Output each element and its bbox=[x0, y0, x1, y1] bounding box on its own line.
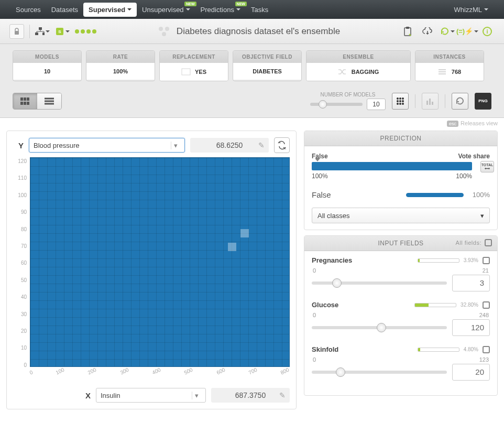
svg-point-34 bbox=[402, 103, 404, 105]
grid-icon bbox=[20, 98, 30, 105]
pencil-icon: ✎ bbox=[279, 391, 286, 399]
caret-icon bbox=[484, 8, 488, 10]
shuffle-icon bbox=[338, 68, 347, 75]
highlight-cell bbox=[228, 243, 236, 251]
class-bar bbox=[406, 193, 464, 197]
rows-icon bbox=[438, 68, 447, 75]
field-slider[interactable] bbox=[312, 326, 447, 329]
lightning-menu-button[interactable]: (=)⚡ bbox=[460, 24, 475, 39]
privacy-lock-button[interactable] bbox=[9, 24, 24, 39]
y-value-box[interactable]: 68.6250✎ bbox=[190, 138, 269, 153]
svg-point-30 bbox=[399, 100, 401, 102]
classes-dropdown[interactable]: All classes▾ bbox=[312, 208, 490, 223]
prediction-panel: PREDICTION TOTAL⟷ FalseVote share 100%10… bbox=[304, 131, 498, 230]
svg-point-8 bbox=[162, 32, 166, 36]
list-icon bbox=[45, 98, 54, 105]
grid-view-button[interactable] bbox=[13, 93, 37, 109]
chart-card: Y Blood pressure▾ 68.6250✎ x 12011010090… bbox=[6, 131, 297, 409]
x-value-box[interactable]: 687.3750✎ bbox=[211, 388, 290, 403]
info-button[interactable]: i bbox=[480, 24, 495, 39]
card-instances: INSTANCES 768 bbox=[415, 50, 484, 81]
vote-share-bar bbox=[312, 162, 472, 170]
lock-icon bbox=[14, 28, 20, 35]
cloud-download-button[interactable] bbox=[420, 24, 435, 39]
svg-rect-3 bbox=[42, 33, 45, 35]
reload-button[interactable] bbox=[452, 93, 468, 110]
card-objective: OBJECTIVE FIELD DIABETES bbox=[233, 50, 302, 81]
field-value-input[interactable]: 120 bbox=[452, 319, 490, 336]
highlight-cell bbox=[240, 229, 249, 237]
refresh-menu-button[interactable] bbox=[440, 24, 455, 39]
cloud-down-icon bbox=[422, 27, 433, 36]
num-models-slider[interactable] bbox=[310, 103, 363, 106]
nav-whizzml[interactable]: WhizzML bbox=[449, 3, 494, 17]
field-checkbox[interactable] bbox=[483, 257, 490, 264]
field-checkbox[interactable] bbox=[483, 346, 490, 353]
svg-rect-2 bbox=[35, 33, 38, 35]
field-value-input[interactable]: 20 bbox=[452, 364, 490, 381]
input-fields-panel: INPUT FIELDS All fields: Pregnancies3.93… bbox=[304, 235, 498, 396]
view-toggle bbox=[13, 93, 62, 110]
input-field: Pregnancies3.93%0213 bbox=[312, 256, 490, 291]
importance-bar bbox=[414, 303, 456, 307]
title-toolbar: S Diabetes diagnosis dataset el's ensemb… bbox=[0, 19, 504, 44]
script-icon: S bbox=[55, 27, 64, 36]
nav-datasets[interactable]: Datasets bbox=[46, 3, 83, 17]
histogram-button[interactable] bbox=[422, 93, 439, 110]
svg-rect-18 bbox=[24, 98, 26, 101]
workflow-menu-button[interactable] bbox=[35, 24, 50, 39]
top-nav: Sources Datasets Supervised Unsupervised… bbox=[0, 0, 504, 19]
caret-icon bbox=[127, 8, 132, 10]
field-value-input[interactable]: 3 bbox=[452, 275, 490, 291]
heatmap-chart[interactable]: 1201101009080706050403020100 01002003004… bbox=[13, 157, 290, 377]
svg-point-26 bbox=[397, 98, 399, 100]
new-badge: NEW bbox=[235, 2, 247, 6]
field-slider[interactable] bbox=[312, 281, 447, 285]
nav-sources[interactable]: Sources bbox=[10, 3, 46, 17]
list-view-button[interactable] bbox=[37, 93, 61, 109]
workflow-icon bbox=[35, 27, 45, 36]
svg-rect-10 bbox=[406, 27, 409, 29]
nav-supervised[interactable]: Supervised bbox=[83, 3, 137, 17]
calendar-icon bbox=[181, 68, 191, 75]
svg-rect-35 bbox=[426, 101, 428, 105]
all-fields-checkbox[interactable] bbox=[485, 239, 492, 246]
nav-unsupervised[interactable]: UnsupervisedNEW bbox=[137, 3, 195, 17]
swap-icon: x bbox=[277, 140, 287, 150]
importance-bar bbox=[418, 348, 459, 352]
svg-rect-20 bbox=[20, 102, 23, 105]
svg-point-29 bbox=[397, 100, 399, 102]
nav-tasks[interactable]: Tasks bbox=[246, 3, 273, 17]
x-field-select[interactable]: Insulin▾ bbox=[96, 388, 206, 403]
resource-title: Diabetes diagnosis dataset el's ensemble bbox=[177, 26, 340, 37]
script-menu-button[interactable]: S bbox=[55, 24, 70, 39]
field-name: Pregnancies bbox=[312, 256, 352, 264]
svg-rect-21 bbox=[24, 102, 26, 105]
caret-icon bbox=[474, 30, 478, 33]
swap-axes-button[interactable]: x bbox=[274, 137, 290, 153]
export-png-button[interactable]: PNG bbox=[475, 93, 491, 110]
card-models: MODELS 10 bbox=[13, 50, 82, 81]
field-slider[interactable] bbox=[312, 371, 447, 374]
caret-icon bbox=[46, 30, 50, 33]
field-checkbox[interactable] bbox=[483, 301, 490, 309]
y-field-select[interactable]: Blood pressure▾ bbox=[29, 138, 185, 153]
svg-rect-0 bbox=[15, 31, 19, 35]
num-models-value[interactable]: 10 bbox=[367, 99, 386, 110]
svg-point-32 bbox=[397, 103, 399, 105]
svg-point-31 bbox=[402, 100, 404, 102]
refresh-icon bbox=[440, 27, 450, 36]
svg-text:x: x bbox=[284, 146, 286, 150]
importance-pct: 4.80% bbox=[464, 346, 478, 352]
info-cards-row: MODELS 10 RATE 100% REPLACEMENT YES OBJE… bbox=[0, 44, 504, 88]
fields-scroll[interactable]: Pregnancies3.93%0213Glucose32.80%0248120… bbox=[304, 251, 497, 395]
tree-sample-button[interactable] bbox=[392, 93, 409, 110]
bars-icon bbox=[426, 98, 434, 105]
clipboard-button[interactable] bbox=[400, 24, 415, 39]
esc-hint: escReleases view bbox=[0, 118, 504, 131]
ensemble-icon bbox=[157, 26, 171, 37]
nav-predictions[interactable]: PredictionsNEW bbox=[195, 3, 246, 17]
svg-point-27 bbox=[399, 98, 401, 100]
field-name: Skinfold bbox=[312, 345, 338, 353]
svg-point-7 bbox=[165, 27, 169, 31]
